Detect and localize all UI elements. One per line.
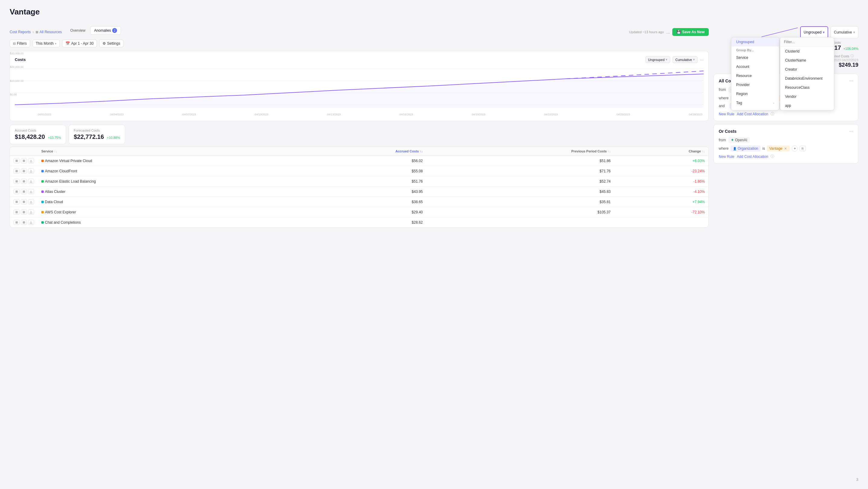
row-alert-btn[interactable]: △ bbox=[28, 220, 34, 225]
col-prev[interactable]: Previous Period Costs ↑↓ bbox=[427, 147, 614, 156]
col-change[interactable]: Change ↑↓ bbox=[614, 147, 709, 156]
remove-vantage[interactable]: ✕ bbox=[783, 147, 787, 151]
service-name: Amazon CloudFront bbox=[38, 166, 287, 176]
dropdown-container: Ungrouped Group By... Service Account Re… bbox=[731, 37, 834, 111]
header-accrued-change: +106.04% bbox=[843, 47, 858, 50]
all-costs-info-icon[interactable]: ⓘ bbox=[771, 111, 774, 116]
more-button[interactable]: ... bbox=[666, 30, 670, 34]
row-grid-btn[interactable]: ⊞ bbox=[21, 199, 27, 204]
row-alert-btn[interactable]: △ bbox=[28, 199, 34, 204]
service-name: Chat and Completions bbox=[38, 217, 287, 228]
breadcrumb-cost-reports[interactable]: Cost Reports bbox=[10, 30, 31, 34]
forecasted-value: $22,772.16 bbox=[73, 134, 104, 140]
all-costs-more[interactable]: ··· bbox=[849, 78, 853, 84]
tag-databricks-env[interactable]: DatabricksEnvironment bbox=[780, 74, 834, 83]
cumulative-selector[interactable]: Cumulative ▾ bbox=[673, 56, 698, 63]
chart-more-button[interactable]: ··· bbox=[700, 57, 704, 62]
row-grid-btn[interactable]: ⊞ bbox=[21, 158, 27, 163]
prev-period-cost bbox=[427, 217, 614, 228]
row-alert-btn[interactable]: △ bbox=[28, 179, 34, 184]
save-as-new-button[interactable]: 💾Save As New bbox=[672, 28, 709, 36]
col-service: Service ↑↓ bbox=[38, 147, 287, 156]
x-axis: 04/01/2023 04/04/2023 04/07/2023 04/10/2… bbox=[36, 113, 704, 116]
all-costs-new-rule[interactable]: New Rule bbox=[719, 112, 734, 116]
row-edit-btn[interactable]: ⊞ bbox=[13, 209, 20, 214]
dropdown-account[interactable]: Account bbox=[732, 62, 779, 71]
row-actions: ⊞ ⊞ △ bbox=[10, 186, 38, 197]
or-costs-title: Or Costs bbox=[719, 129, 737, 134]
row-edit-btn[interactable]: ⊞ bbox=[13, 179, 20, 184]
or-costs-info-icon[interactable]: ⓘ bbox=[771, 154, 774, 159]
service-table: Service ↑↓ Accrued Costs ↑↓ Previous Per… bbox=[10, 147, 709, 228]
or-costs-new-rule[interactable]: New Rule bbox=[719, 154, 734, 159]
accrued-cost: $43.95 bbox=[287, 186, 427, 197]
row-grid-btn[interactable]: ⊞ bbox=[21, 189, 27, 194]
row-edit-btn[interactable]: ⊞ bbox=[13, 168, 20, 174]
accrued-cost: $55.08 bbox=[287, 166, 427, 176]
row-alert-btn[interactable]: △ bbox=[28, 158, 34, 163]
group-by-area: Ungrouped ▾ Cumulative ▾ Ungrouped Group… bbox=[714, 26, 858, 164]
tag-creator[interactable]: Creator bbox=[780, 65, 834, 74]
row-edit-btn[interactable]: ⊞ bbox=[13, 189, 20, 194]
org-badge: 👤 Organization bbox=[731, 145, 761, 151]
col-actions bbox=[10, 147, 38, 156]
tag-vendor[interactable]: Vendor bbox=[780, 92, 834, 101]
tab-anomalies[interactable]: Anomalies2 bbox=[90, 26, 121, 35]
col-accrued[interactable]: Accrued Costs ↑↓ bbox=[287, 147, 427, 156]
prev-period-info[interactable]: ⓘ bbox=[850, 54, 854, 58]
or-costs-add-allocation[interactable]: Add Cost Allocation bbox=[737, 154, 768, 159]
breadcrumb: Cost Reports › ⊞ All Resources bbox=[10, 30, 62, 34]
copy-or-condition-btn[interactable]: ⎘ bbox=[800, 146, 806, 151]
row-grid-btn[interactable]: ⊞ bbox=[21, 168, 27, 174]
tag-cluster-id[interactable]: ClusterId bbox=[780, 47, 834, 56]
service-name: Data Cloud bbox=[38, 197, 287, 207]
accrued-change: +13.75% bbox=[48, 136, 61, 140]
app-title: Vantage bbox=[10, 7, 858, 17]
filter-bar: ⊟ Filters This Month ▾ 📅 Apr 1 - Apr 30 … bbox=[10, 39, 709, 48]
all-costs-add-allocation[interactable]: Add Cost Allocation bbox=[737, 112, 768, 116]
table-row: ⊞ ⊞ △ Atlas Cluster $43.95 $45.83 -4.10% bbox=[10, 186, 709, 197]
dropdown-ungrouped[interactable]: Ungrouped bbox=[732, 37, 779, 47]
row-edit-btn[interactable]: ⊞ bbox=[13, 199, 20, 204]
row-alert-btn[interactable]: △ bbox=[28, 209, 34, 214]
tag-cluster-name[interactable]: ClusterName bbox=[780, 56, 834, 65]
chart-card: Costs Ungrouped ▾ Cumulative ▾ ··· bbox=[10, 51, 709, 121]
row-grid-btn[interactable]: ⊞ bbox=[21, 179, 27, 184]
tag-resource-class[interactable]: ResourceClass bbox=[780, 83, 834, 92]
row-alert-btn[interactable]: △ bbox=[28, 189, 34, 194]
accrued-cost: $38.65 bbox=[287, 197, 427, 207]
ungrouped-selector[interactable]: Ungrouped ▾ bbox=[645, 56, 670, 63]
tag-submenu: ClusterId ClusterName Creator Databricks… bbox=[780, 37, 834, 111]
filters-button[interactable]: ⊟ Filters bbox=[10, 39, 30, 48]
row-edit-btn[interactable]: ⊞ bbox=[13, 220, 20, 225]
filter-icon: ⊟ bbox=[13, 42, 16, 46]
tag-filter-input[interactable] bbox=[780, 37, 834, 47]
dropdown-provider[interactable]: Provider bbox=[732, 80, 779, 89]
vantage-value: Vantage ✕ bbox=[767, 145, 790, 151]
tab-overview[interactable]: Overview bbox=[67, 27, 89, 34]
dropdown-tag[interactable]: Tag › bbox=[732, 98, 779, 108]
ungrouped-button[interactable]: Ungrouped ▾ bbox=[800, 26, 828, 38]
all-costs-actions: New Rule Add Cost Allocation ⓘ bbox=[719, 111, 853, 116]
accrued-cost: $56.02 bbox=[287, 156, 427, 166]
add-or-condition-btn[interactable]: + bbox=[792, 145, 798, 151]
dropdown-resource[interactable]: Resource bbox=[732, 71, 779, 80]
cumulative-button[interactable]: Cumulative ▾ bbox=[831, 26, 858, 38]
or-costs-where-row: where 👤 Organization is Vantage ✕ + ⎘ bbox=[719, 145, 853, 151]
row-grid-btn[interactable]: ⊞ bbox=[21, 209, 27, 214]
or-costs-actions: New Rule Add Cost Allocation ⓘ bbox=[719, 154, 853, 159]
breadcrumb-all-resources[interactable]: All Resources bbox=[39, 30, 62, 34]
dropdown-service[interactable]: Service bbox=[732, 53, 779, 62]
row-actions: ⊞ ⊞ △ bbox=[10, 156, 38, 166]
row-edit-btn[interactable]: ⊞ bbox=[13, 158, 20, 163]
row-actions: ⊞ ⊞ △ bbox=[10, 197, 38, 207]
date-period[interactable]: 📅 Apr 1 - Apr 30 bbox=[62, 39, 97, 48]
date-this-month[interactable]: This Month ▾ bbox=[33, 39, 60, 48]
dropdown-region[interactable]: Region bbox=[732, 89, 779, 98]
or-costs-more[interactable]: ··· bbox=[849, 128, 853, 134]
row-alert-btn[interactable]: △ bbox=[28, 168, 34, 174]
settings-button[interactable]: ⚙ Settings bbox=[99, 39, 123, 48]
tag-app[interactable]: app bbox=[780, 101, 834, 110]
row-grid-btn[interactable]: ⊞ bbox=[21, 220, 27, 225]
anomalies-badge: 2 bbox=[112, 28, 117, 33]
